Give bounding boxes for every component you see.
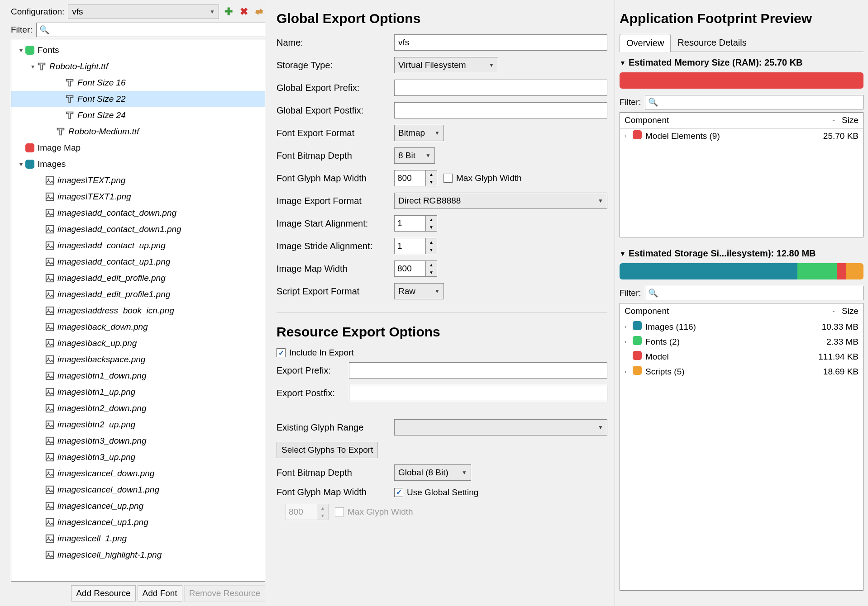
tree-label: images\add_contact_down1.png — [57, 224, 181, 234]
res-font-depth-select[interactable]: Global (8 Bit)▼ — [394, 464, 471, 481]
tree-image-item[interactable]: images\btn2_up.png — [11, 417, 265, 433]
swap-config-button[interactable] — [253, 6, 265, 18]
expand-icon[interactable]: › — [625, 323, 633, 330]
tree-label: images\backspace.png — [57, 355, 145, 365]
export-postfix-input[interactable] — [349, 385, 607, 401]
tree-label: images\btn2_down.png — [57, 403, 146, 413]
tree-image-item[interactable]: images\back_up.png — [11, 335, 265, 351]
storage-type-select[interactable]: Virtual Filesystem▼ — [394, 57, 498, 73]
expand-icon[interactable]: › — [625, 368, 633, 375]
configuration-select[interactable]: vfs ▼ — [68, 5, 219, 19]
tree-image-item[interactable]: images\btn1_up.png — [11, 384, 265, 400]
existing-range-select[interactable]: ▼ — [394, 419, 607, 436]
add-config-button[interactable]: ✚ — [223, 6, 234, 18]
image-icon — [45, 517, 55, 527]
tree-image-item[interactable]: images\add_contact_down1.png — [11, 221, 265, 237]
tree-image-item[interactable]: images\cancel_down.png — [11, 465, 265, 482]
tree-font-file[interactable]: ▾Roboto-Light.ttf — [11, 58, 265, 75]
expand-icon[interactable]: ▾ — [17, 161, 25, 168]
storage-filter-input[interactable]: 🔍 — [645, 286, 864, 300]
tree-images[interactable]: ▾Images — [11, 156, 265, 172]
tree-image-item[interactable]: images\cancel_up.png — [11, 498, 265, 514]
tree-image-item[interactable]: images\TEXT.png — [11, 172, 265, 189]
col-size[interactable]: ⌄Size — [804, 113, 863, 128]
expand-icon[interactable]: › — [625, 133, 633, 139]
tab-resource-details[interactable]: Resource Details — [671, 33, 753, 52]
add-resource-button[interactable]: Add Resource — [71, 585, 135, 601]
svg-rect-14 — [46, 291, 54, 298]
use-global-checkbox[interactable] — [394, 488, 403, 497]
add-font-button[interactable]: Add Font — [138, 585, 182, 601]
script-format-select[interactable]: Raw▼ — [394, 283, 444, 299]
configuration-label: Configuration: — [11, 7, 64, 17]
font-depth-select[interactable]: 8 Bit▼ — [394, 147, 435, 164]
font-icon — [56, 127, 66, 137]
svg-rect-28 — [46, 405, 54, 412]
col-component[interactable]: Component — [620, 113, 804, 128]
storage-section-header[interactable]: ▼ Estimated Storage Si...ilesystem): 12.… — [620, 248, 863, 259]
tree-image-item[interactable]: images\add_contact_down.png — [11, 205, 265, 221]
col-size[interactable]: ⌄Size — [804, 303, 863, 319]
tree-fonts[interactable]: ▾Fonts — [11, 42, 265, 58]
expand-icon[interactable]: › — [625, 338, 633, 345]
tree-font-file[interactable]: Roboto-Medium.ttf — [11, 123, 265, 140]
img-map-spinner[interactable]: ▲▼ — [394, 260, 437, 277]
tree-label: images\btn3_down.png — [57, 436, 146, 446]
tree-image-item[interactable]: images\add_edit_profile1.png — [11, 286, 265, 303]
tree-image-item[interactable]: images\btn3_down.png — [11, 433, 265, 449]
color-swatch-icon — [633, 130, 643, 142]
tree-font-size[interactable]: Font Size 22 — [11, 91, 265, 107]
font-format-select[interactable]: Bitmap▼ — [394, 125, 444, 141]
global-prefix-input[interactable] — [394, 80, 607, 96]
table-row[interactable]: ›Fonts (2)2.33 MB — [620, 334, 863, 349]
tree-font-size[interactable]: Font Size 16 — [11, 75, 265, 91]
tree-image-item[interactable]: images\btn1_down.png — [11, 368, 265, 384]
tree-image-item[interactable]: images\back_down.png — [11, 319, 265, 335]
tree-label: images\address_book_icn.png — [57, 306, 174, 316]
ram-filter-input[interactable]: 🔍 — [645, 95, 864, 109]
svg-point-31 — [48, 422, 49, 424]
tree-label: Font Size 24 — [77, 110, 126, 120]
svg-point-37 — [48, 471, 49, 473]
select-glyphs-button[interactable]: Select Glyphs To Export — [277, 442, 378, 458]
tree-font-size[interactable]: Font Size 24 — [11, 107, 265, 123]
tree-image-item[interactable]: images\address_book_icn.png — [11, 303, 265, 319]
delete-config-button[interactable]: ✖ — [238, 6, 250, 18]
img-start-spinner[interactable]: ▲▼ — [394, 215, 437, 232]
tree-image-item[interactable]: images\cell_highlight-1.png — [11, 547, 265, 563]
img-stride-spinner[interactable]: ▲▼ — [394, 238, 437, 254]
tree-image-item[interactable]: images\add_contact_up1.png — [11, 254, 265, 270]
tree-image-item[interactable]: images\btn2_down.png — [11, 400, 265, 417]
ram-section-header[interactable]: ▼ Estimated Memory Size (RAM): 25.70 KB — [620, 57, 863, 68]
tree-image-item[interactable]: images\add_contact_up.png — [11, 237, 265, 254]
table-row[interactable]: ›Scripts (5)18.69 KB — [620, 364, 863, 379]
spin-up-icon[interactable]: ▲ — [426, 170, 437, 178]
table-row[interactable]: ›Model Elements (9)25.70 KB — [620, 128, 863, 143]
col-component[interactable]: Component — [620, 303, 804, 319]
image-icon — [45, 387, 55, 397]
tab-overview[interactable]: Overview — [620, 34, 671, 52]
tree-image-item[interactable]: images\add_edit_profile.png — [11, 270, 265, 286]
filter-input[interactable]: 🔍 — [36, 23, 266, 37]
tree-image-item[interactable]: images\cancel_down1.png — [11, 482, 265, 498]
tree-image-item[interactable]: images\cancel_up1.png — [11, 514, 265, 530]
glyph-width-spinner[interactable]: ▲▼ — [394, 170, 437, 186]
svg-point-9 — [48, 243, 49, 245]
include-export-checkbox[interactable] — [277, 348, 286, 357]
spin-down-icon[interactable]: ▼ — [426, 178, 437, 186]
max-glyph-checkbox[interactable] — [444, 174, 453, 183]
expand-icon[interactable]: ▾ — [29, 63, 37, 70]
name-input[interactable] — [394, 34, 607, 51]
tree-image-item[interactable]: images\backspace.png — [11, 351, 265, 368]
image-format-select[interactable]: Direct RGB8888▼ — [394, 193, 607, 209]
global-postfix-input[interactable] — [394, 102, 607, 118]
tree-image-item[interactable]: images\btn3_up.png — [11, 449, 265, 465]
expand-icon[interactable]: ▾ — [17, 47, 25, 54]
table-row[interactable]: Model111.94 KB — [620, 349, 863, 364]
resource-tree[interactable]: ▾Fonts▾Roboto-Light.ttfFont Size 16Font … — [11, 40, 265, 582]
tree-image-item[interactable]: images\cell_1.png — [11, 530, 265, 547]
tree-image-map[interactable]: Image Map — [11, 140, 265, 156]
table-row[interactable]: ›Images (116)10.33 MB — [620, 319, 863, 334]
tree-image-item[interactable]: images\TEXT1.png — [11, 189, 265, 205]
export-prefix-input[interactable] — [349, 362, 607, 379]
